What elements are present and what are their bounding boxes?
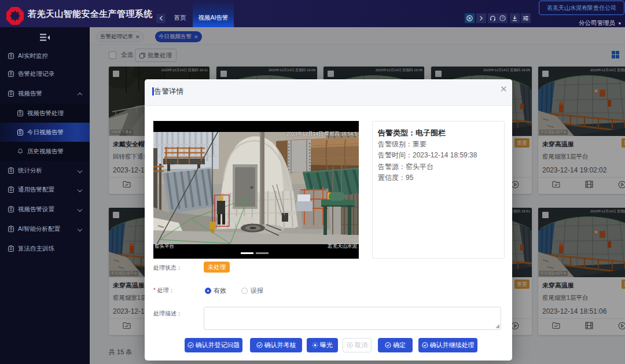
svg-text:?: ? [502, 16, 504, 20]
